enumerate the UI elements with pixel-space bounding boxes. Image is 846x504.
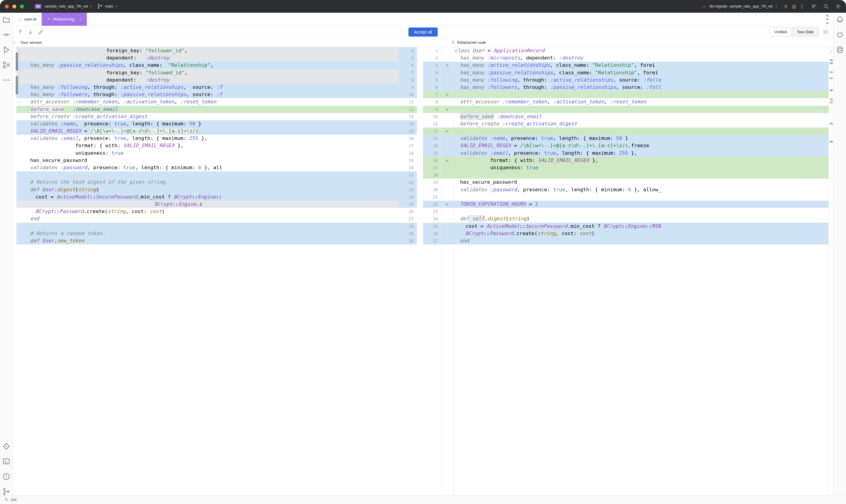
svg-point-24: [826, 15, 828, 17]
settings-icon[interactable]: [835, 3, 841, 10]
apply-left-icon[interactable]: «: [446, 201, 448, 208]
window-close-button[interactable]: [5, 4, 9, 8]
project-selector[interactable]: SE sample_rails_app_7th_ed ▾: [35, 4, 92, 9]
svg-point-27: [825, 31, 827, 33]
svg-rect-18: [3, 459, 10, 464]
database-icon[interactable]: [836, 46, 844, 54]
svg-point-22: [7, 491, 9, 492]
svg-point-7: [812, 5, 814, 7]
svg-point-25: [826, 18, 828, 20]
run-config-icon: [701, 3, 707, 10]
apply-left-icon[interactable]: «: [446, 157, 448, 164]
svg-point-0: [98, 4, 100, 5]
window-minimize-button[interactable]: [12, 4, 16, 8]
apply-left-icon[interactable]: «: [446, 106, 448, 113]
branch-icon: [97, 3, 103, 10]
accept-all-button[interactable]: Accept all: [409, 28, 438, 37]
debug-button[interactable]: [791, 3, 797, 10]
chevron-down-icon: ▾: [116, 5, 117, 8]
services-icon[interactable]: [2, 443, 10, 450]
project-badge: SE: [35, 4, 41, 9]
svg-point-16: [8, 79, 10, 81]
next-diff-icon[interactable]: [27, 29, 34, 35]
tab-label: user.rb: [24, 17, 37, 21]
checkmark-icon: ✓: [13, 40, 16, 45]
more-tool-icon[interactable]: [2, 76, 10, 84]
center-gutter: 4 5 6 7 8 9 10 11 12 13 14 15 16 17: [399, 47, 453, 496]
left-pane[interactable]: foreign_key: "follower_id", dependent: :…: [23, 47, 399, 496]
svg-point-4: [802, 4, 803, 5]
right-marker-strip[interactable]: ✓: [828, 47, 833, 496]
svg-rect-12: [3, 66, 5, 68]
collapse-icon[interactable]: —: [19, 98, 21, 106]
svg-point-8: [824, 4, 827, 7]
lock-icon: [451, 40, 455, 45]
edit-icon[interactable]: [37, 29, 44, 35]
titlebar: SE sample_rails_app_7th_ed ▾ main ▾ db:m…: [0, 0, 846, 13]
inspection-ok-icon: ✓: [830, 48, 833, 55]
branch-selector[interactable]: main ▾: [97, 3, 117, 10]
ruby-file-icon: [18, 17, 22, 21]
diff-toolbar: Accept all Unified Two-Side: [13, 26, 833, 38]
diff-settings-icon[interactable]: [822, 29, 829, 36]
diff-header-row: ✓ Your version Refactored code: [13, 38, 833, 47]
prev-diff-icon[interactable]: [17, 29, 23, 35]
svg-point-6: [802, 7, 803, 8]
svg-point-9: [837, 5, 839, 7]
search-icon[interactable]: [823, 3, 829, 10]
svg-point-1: [98, 7, 100, 9]
svg-point-21: [4, 493, 5, 495]
close-icon[interactable]: ×: [79, 17, 82, 22]
notifications-icon[interactable]: [836, 16, 844, 23]
terminal-icon[interactable]: [2, 457, 10, 465]
structure-tool-icon[interactable]: [2, 61, 10, 69]
svg-point-14: [3, 79, 4, 81]
left-header-label: Your version: [20, 40, 42, 45]
branch-name: main: [105, 4, 113, 8]
svg-point-23: [18, 18, 21, 21]
ai-refactor-icon: [47, 17, 51, 21]
two-side-button[interactable]: Two-Side: [792, 28, 818, 36]
unified-button[interactable]: Unified: [770, 28, 792, 36]
ai-assistant-icon[interactable]: [836, 31, 844, 39]
run-tool-icon[interactable]: [2, 46, 10, 54]
diff-status-icon: [4, 497, 8, 503]
collab-icon[interactable]: [811, 3, 817, 10]
status-label: Diff: [11, 498, 17, 502]
run-button[interactable]: [783, 3, 789, 10]
left-line-numbers: 4 5 6 7 8 9 10 11 12 13 14 15 16 17: [399, 47, 417, 496]
window-maximize-button[interactable]: [20, 4, 24, 8]
left-fold-gutter: —: [16, 47, 23, 496]
run-configuration[interactable]: db:migrate: sample_rails_app_7th_ed ▾: [701, 3, 777, 10]
tab-user-rb[interactable]: user.rb: [13, 13, 42, 26]
svg-point-3: [793, 5, 795, 8]
left-marker-strip: [13, 47, 16, 496]
tab-overflow-icon[interactable]: [821, 13, 833, 26]
editor-tabs: user.rb Refactoring: ×: [13, 13, 833, 26]
problems-icon[interactable]: [2, 472, 10, 481]
tab-refactoring[interactable]: Refactoring: ×: [42, 13, 87, 26]
right-header-label: Refactored code: [457, 40, 486, 45]
vcs-icon[interactable]: [2, 488, 10, 496]
apply-left-icon[interactable]: «: [446, 91, 448, 98]
apply-arrow-column: « « « « «: [441, 47, 453, 496]
window-controls: [5, 4, 24, 8]
more-actions-icon[interactable]: [799, 3, 805, 10]
apply-left-icon[interactable]: «: [446, 127, 448, 135]
svg-rect-11: [3, 62, 5, 64]
left-toolbar: [0, 13, 13, 496]
apply-left-icon[interactable]: «: [446, 61, 448, 69]
diff-area: — foreign_key: "follower_id", dependent:…: [13, 47, 833, 496]
run-config-name: db:migrate: sample_rails_app_7th_ed: [709, 4, 773, 8]
project-tool-icon[interactable]: [2, 16, 10, 23]
status-bar: Diff: [0, 496, 846, 504]
right-pane[interactable]: class User < ApplicationRecord has_many …: [453, 47, 829, 496]
tab-label: Refactoring:: [53, 17, 75, 21]
svg-point-5: [802, 6, 803, 7]
project-name: sample_rails_app_7th_ed: [44, 4, 88, 8]
svg-point-15: [5, 79, 7, 81]
svg-point-29: [837, 47, 842, 49]
right-toolbar: [833, 13, 846, 496]
commit-tool-icon[interactable]: [2, 31, 10, 39]
right-line-numbers: 1 2 3 4 5 6 7 8 9 10 11 12 13 14: [423, 47, 441, 496]
